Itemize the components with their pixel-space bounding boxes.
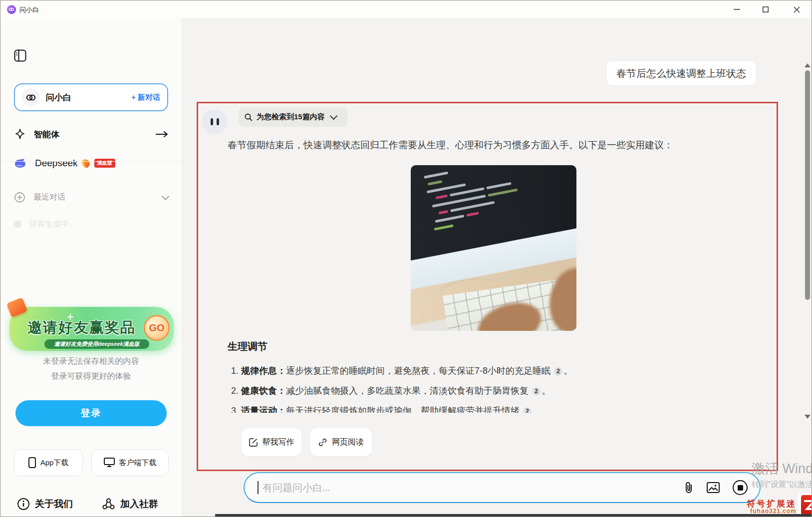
window-title: 问小白 <box>19 5 39 14</box>
link-icon <box>318 438 327 447</box>
brand-name: 问小白 <box>46 92 131 103</box>
deepseek-label: Deepseek <box>35 158 78 169</box>
chevron-down-icon[interactable] <box>162 192 170 200</box>
chevron-down-icon <box>329 112 337 120</box>
link-rings-icon <box>22 88 40 106</box>
scroll-up-arrow[interactable] <box>805 63 811 67</box>
new-chat-button[interactable]: + 新对话 <box>131 93 160 102</box>
about-link[interactable]: 关于我们 <box>17 498 73 511</box>
close-button[interactable] <box>786 0 808 18</box>
pause-icon <box>211 118 213 125</box>
sidebar-toggle-icon[interactable] <box>14 49 26 62</box>
monitor-icon <box>104 458 115 468</box>
generating-item[interactable]: 回答生成中... <box>14 214 168 234</box>
text-caret <box>258 481 259 494</box>
recent-label: 最近对话 <box>33 192 65 203</box>
invite-banner[interactable]: 邀请好友赢奖品 GO 邀请好友免费使用deepseek满血版 <box>9 307 174 351</box>
taskbar-sliver <box>215 514 812 517</box>
list-item-3: 3. 适量运动：每天进行轻度锻炼如散步或瑜伽，帮助缓解疲劳并提升情绪 2 <box>231 405 760 413</box>
citation-badge[interactable]: 2 <box>532 387 541 396</box>
login-button[interactable]: 登录 <box>15 400 167 426</box>
stop-generating-icon[interactable] <box>733 480 748 495</box>
banner-go-button[interactable]: GO <box>144 315 170 341</box>
site-logo-icon <box>801 495 812 515</box>
scroll-down-arrow[interactable] <box>805 415 811 419</box>
community-label: 加入社群 <box>120 498 158 511</box>
scrollbar-thumb[interactable] <box>805 70 810 300</box>
site-watermark-url: fuhao321.com <box>734 508 797 515</box>
client-download-button[interactable]: 客户端下载 <box>91 449 169 476</box>
search-results-dropdown[interactable]: 为您检索到15篇内容 <box>239 107 347 127</box>
attachment-icon[interactable] <box>684 482 694 494</box>
windows-activate-watermark: 激活 Windows <box>752 460 812 478</box>
app-download-button[interactable]: App下载 <box>14 449 83 476</box>
title-bar: 问小白 <box>0 0 812 19</box>
maximize-button[interactable] <box>755 0 777 18</box>
list-item-1: 1. 规律作息：逐步恢复正常的睡眠时间，避免熬夜，每天保证7-8小时的充足睡眠 … <box>231 365 760 377</box>
brand-card[interactable]: 问小白 + 新对话 <box>14 83 168 111</box>
agents-label: 智能体 <box>34 129 59 140</box>
app-window: 问小白 问小白 + 新对话 智能体 D <box>0 0 812 517</box>
sidebar-item-agents[interactable]: 智能体 <box>14 124 168 144</box>
minimize-button[interactable] <box>726 0 748 18</box>
community-icon <box>102 498 115 511</box>
circle-plus-icon <box>14 192 25 203</box>
sidebar-item-deepseek[interactable]: Deepseek 满血版 <box>14 153 168 173</box>
login-hint-line2: 登录可获得更好的体验 <box>0 369 182 384</box>
client-download-label: 客户端下载 <box>119 458 157 468</box>
login-hint: 未登录无法保存相关的内容 登录可获得更好的体验 <box>0 354 182 384</box>
login-hint-line1: 未登录无法保存相关的内容 <box>0 354 182 369</box>
generating-label: 回答生成中... <box>29 219 75 230</box>
search-icon <box>245 113 253 121</box>
whale-icon <box>14 158 27 168</box>
help-write-button[interactable]: 帮我写作 <box>242 428 301 456</box>
info-icon <box>17 498 30 511</box>
citation-badge[interactable]: 2 <box>554 367 562 376</box>
answer-photo <box>411 165 576 331</box>
community-link[interactable]: 加入社群 <box>102 498 158 511</box>
divider <box>0 161 182 162</box>
image-upload-icon[interactable] <box>707 482 720 493</box>
windows-activate-watermark-line2: 转到"设置"以激活 Windows。 <box>752 480 812 490</box>
phone-icon <box>28 457 36 468</box>
deepseek-badge: 满血版 <box>94 159 115 168</box>
pause-generating-button[interactable] <box>202 109 228 134</box>
search-summary: 为您检索到15篇内容 <box>257 112 325 122</box>
about-label: 关于我们 <box>35 498 73 511</box>
user-message-bubble: 春节后怎么快速调整上班状态 <box>607 61 756 85</box>
edit-icon <box>249 438 258 447</box>
app-logo-icon <box>7 5 16 14</box>
citation-badge[interactable]: 2 <box>523 407 532 413</box>
banner-subtitle: 邀请好友免费使用deepseek满血版 <box>44 339 149 349</box>
list-item-2: 2. 健康饮食：减少油腻食物摄入，多吃蔬菜水果，清淡饮食有助于肠胃恢复 2。 <box>231 385 760 397</box>
composer[interactable] <box>244 472 761 503</box>
flame-icon <box>79 157 91 169</box>
message-input[interactable] <box>262 482 671 494</box>
app-download-label: App下载 <box>40 458 69 468</box>
arrow-right-icon[interactable] <box>155 131 168 138</box>
section-heading: 生理调节 <box>228 340 268 353</box>
list-item-3-clipped: 3. 适量运动：每天进行轻度锻炼如散步或瑜伽，帮助缓解疲劳并提升情绪 2 <box>231 405 760 413</box>
sidebar-item-recent[interactable]: 最近对话 <box>14 187 168 207</box>
gift-ticket-icon <box>6 297 28 318</box>
web-read-label: 网页阅读 <box>332 437 364 448</box>
web-read-button[interactable]: 网页阅读 <box>310 428 372 456</box>
chat-stub-icon <box>14 221 21 228</box>
sparkle-icon <box>14 128 26 140</box>
answer-intro: 春节假期结束后，快速调整状态回归工作需要从生理、心理和行为习惯多方面入手。以下是… <box>228 139 757 152</box>
sidebar: 问小白 + 新对话 智能体 Deepseek 满血版 最近对话 回答生成中... <box>0 18 182 517</box>
help-write-label: 帮我写作 <box>263 437 294 448</box>
banner-title: 邀请好友赢奖品 <box>27 318 136 338</box>
